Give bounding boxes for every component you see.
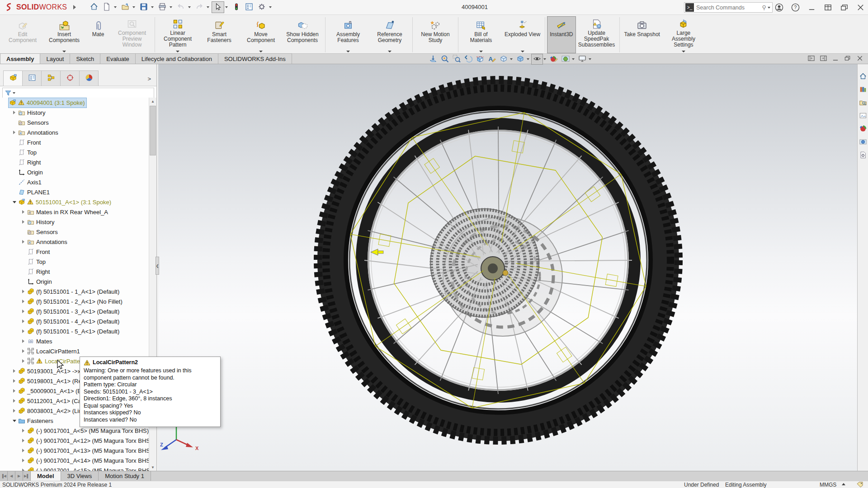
tab-solidworks-add-ins[interactable]: SOLIDWORKS Add-Ins bbox=[218, 53, 292, 64]
zoom-area-button[interactable] bbox=[451, 54, 462, 65]
display-style-button[interactable] bbox=[514, 54, 526, 65]
tree-filter-bar[interactable] bbox=[2, 88, 154, 99]
status-units[interactable]: MMGS bbox=[820, 482, 836, 488]
expand-arrow-icon[interactable] bbox=[11, 399, 18, 403]
move-component-button[interactable]: Move Component bbox=[240, 16, 282, 53]
panel-tab-propertymanager[interactable] bbox=[22, 70, 42, 86]
expand-arrow-icon[interactable] bbox=[20, 240, 27, 244]
bill-of-materials-button[interactable]: Bill of Materials bbox=[460, 16, 502, 53]
large-assembly-settings-button[interactable]: Large Assembly Settings bbox=[663, 16, 704, 53]
expand-arrow-icon[interactable] bbox=[11, 409, 18, 413]
dropdown-caret-icon[interactable] bbox=[682, 51, 685, 52]
take-snapshot-button[interactable]: Take Snapshot bbox=[622, 16, 663, 53]
tab-assembly[interactable]: Assembly bbox=[0, 53, 40, 64]
task-pane-view-palette-button[interactable] bbox=[859, 112, 868, 121]
nav-next-button[interactable]: ▶ bbox=[15, 471, 23, 481]
instant3d-button[interactable]: Instant3D bbox=[547, 16, 576, 53]
tree-item[interactable]: (f) 50151001 - 1_A<1> (Default) bbox=[0, 286, 149, 296]
menu-flyout-arrow[interactable] bbox=[73, 5, 76, 9]
tree-item[interactable]: Right bbox=[0, 157, 149, 167]
tree-item[interactable]: PLANE1 bbox=[0, 187, 149, 197]
edit-component-button[interactable]: Edit Component bbox=[2, 16, 43, 53]
tree-item[interactable]: AAnnotations bbox=[0, 127, 149, 137]
filter-caret-icon[interactable] bbox=[13, 92, 15, 94]
open-button[interactable] bbox=[119, 1, 132, 13]
linear-component-pattern-button[interactable]: Linear Component Pattern bbox=[157, 16, 198, 53]
tree-item[interactable]: Front bbox=[0, 137, 149, 147]
home-button[interactable] bbox=[88, 1, 100, 13]
redo-button[interactable] bbox=[193, 1, 206, 13]
section-view-button[interactable] bbox=[474, 54, 486, 65]
tile-button[interactable] bbox=[823, 3, 833, 13]
dropdown-caret-icon[interactable] bbox=[176, 51, 179, 52]
expand-arrow-icon[interactable] bbox=[11, 131, 18, 134]
tree-item[interactable]: Axis1 bbox=[0, 177, 149, 187]
open-caret-icon[interactable] bbox=[132, 6, 135, 8]
expand-arrow-icon[interactable] bbox=[11, 379, 18, 383]
search-commands-box[interactable]: >_ ⚲ bbox=[684, 2, 773, 13]
tree-item[interactable]: Front bbox=[0, 247, 149, 257]
user-button[interactable] bbox=[774, 3, 784, 13]
tree-item[interactable]: (-) 90017001_A<12> (M5 Magura Torx BHS) bbox=[0, 436, 149, 446]
apply-scene-button[interactable] bbox=[560, 54, 571, 65]
task-list-button[interactable] bbox=[243, 1, 255, 13]
search-input[interactable] bbox=[696, 5, 762, 11]
expand-arrow-icon[interactable] bbox=[20, 469, 27, 471]
dropdown-caret-icon[interactable] bbox=[521, 51, 524, 52]
view-orientation-button[interactable] bbox=[498, 54, 509, 65]
panel-splitter[interactable]: ❮ bbox=[156, 257, 159, 275]
dropdown-caret-icon[interactable] bbox=[346, 51, 350, 52]
tab-lifecycle-and-collaboration[interactable]: Lifecycle and Collaboration bbox=[135, 53, 218, 64]
expand-arrow-icon[interactable] bbox=[11, 420, 18, 422]
previous-view-button[interactable] bbox=[462, 54, 474, 65]
tree-item[interactable]: (f) 50151001 - 5_A<1> (Default) bbox=[0, 326, 149, 336]
minimize-button[interactable] bbox=[807, 3, 816, 13]
save-caret-icon[interactable] bbox=[151, 6, 154, 8]
edit-appearance-button[interactable] bbox=[548, 54, 560, 65]
tree-item[interactable]: Right bbox=[0, 267, 149, 277]
panel-tab-featuremanager[interactable] bbox=[3, 70, 23, 86]
scroll-down-icon[interactable]: ▼ bbox=[149, 464, 156, 471]
expand-arrow-icon[interactable] bbox=[20, 220, 27, 224]
tab-motion-study-1[interactable]: Motion Study 1 bbox=[99, 471, 151, 481]
dropdown-caret-icon[interactable] bbox=[388, 51, 392, 52]
select-caret-icon[interactable] bbox=[225, 6, 228, 8]
expand-arrow-icon[interactable] bbox=[20, 459, 27, 462]
expand-arrow-icon[interactable] bbox=[20, 290, 27, 293]
tree-item[interactable]: (-) 90017001_A<14> (M5 Magura Torx BHS) bbox=[0, 455, 149, 465]
expand-arrow-icon[interactable] bbox=[11, 201, 18, 203]
close-doc-button[interactable] bbox=[856, 55, 863, 62]
nav-first-button[interactable]: ▐◀ bbox=[0, 471, 8, 481]
tab-evaluate[interactable]: Evaluate bbox=[100, 53, 136, 64]
tree-item[interactable]: (f) 50151001 - 2_A<1> (No Fillet) bbox=[0, 296, 149, 306]
expand-arrow-icon[interactable] bbox=[20, 310, 27, 313]
panel-tab-displaymanager[interactable] bbox=[79, 70, 99, 86]
pane-left-button[interactable] bbox=[807, 55, 815, 62]
expand-arrow-icon[interactable] bbox=[20, 339, 27, 343]
new-motion-study-button[interactable]: New Motion Study bbox=[415, 16, 456, 53]
expand-arrow-icon[interactable] bbox=[20, 319, 27, 323]
tab-layout[interactable]: Layout bbox=[40, 53, 70, 64]
tab-3d-views[interactable]: 3D Views bbox=[61, 471, 99, 481]
tree-item[interactable]: Mates bbox=[0, 336, 149, 346]
new-document-button[interactable] bbox=[100, 1, 113, 13]
expand-arrow-icon[interactable] bbox=[20, 210, 27, 214]
minimize-doc-button[interactable] bbox=[832, 55, 839, 62]
expand-arrow-icon[interactable] bbox=[11, 389, 18, 393]
reference-geometry-button[interactable]: Reference Geometry bbox=[369, 16, 410, 53]
expand-arrow-icon[interactable] bbox=[20, 359, 27, 363]
select-button[interactable] bbox=[212, 1, 224, 13]
tab-sketch[interactable]: Sketch bbox=[70, 53, 100, 64]
update-speedpak-subassemblies-button[interactable]: Update SpeedPak Subassemblies bbox=[576, 16, 618, 53]
apply-scene-caret-icon[interactable] bbox=[572, 58, 575, 60]
tree-item[interactable]: History bbox=[0, 108, 149, 117]
insert-components-button[interactable]: Insert Components bbox=[43, 16, 85, 53]
expand-arrow-icon[interactable] bbox=[20, 439, 27, 442]
restore-doc-button[interactable] bbox=[844, 55, 851, 62]
panel-tab-dimxpertmanager[interactable] bbox=[60, 70, 80, 86]
print-button[interactable] bbox=[156, 1, 169, 13]
expand-arrow-icon[interactable] bbox=[20, 329, 27, 333]
restore-button[interactable] bbox=[839, 3, 849, 13]
help-button[interactable]: ? bbox=[790, 3, 800, 13]
undo-button[interactable] bbox=[175, 1, 187, 13]
